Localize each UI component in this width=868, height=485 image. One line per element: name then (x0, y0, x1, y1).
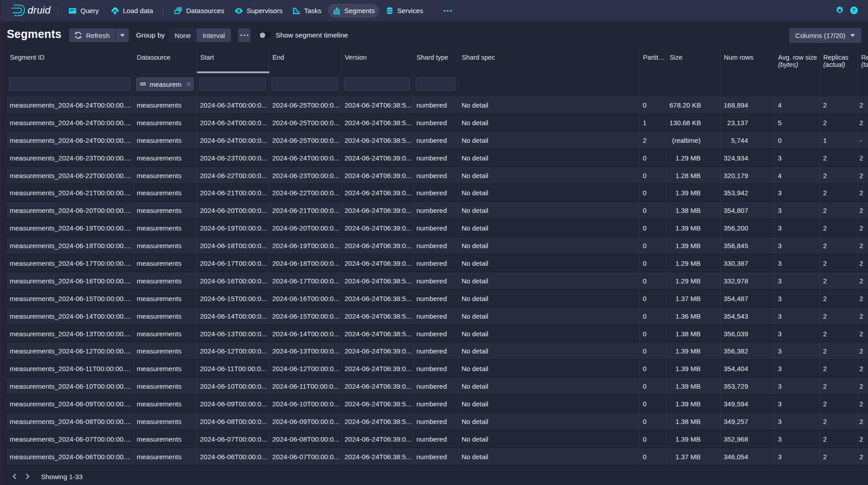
svg-text:?: ? (852, 8, 855, 13)
